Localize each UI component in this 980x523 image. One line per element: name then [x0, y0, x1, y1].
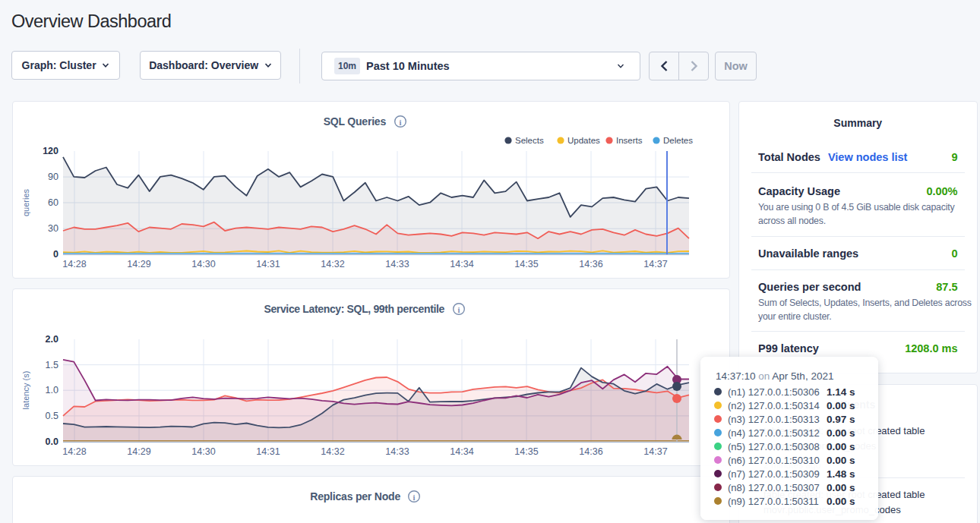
svg-text:2.0: 2.0 — [46, 334, 58, 345]
svg-text:i: i — [400, 118, 402, 127]
svg-text:i: i — [413, 493, 416, 502]
svg-text:14:35: 14:35 — [514, 446, 538, 457]
svg-text:14:35: 14:35 — [514, 259, 538, 269]
svg-text:0.0: 0.0 — [46, 436, 58, 447]
svg-text:14:37: 14:37 — [643, 259, 667, 269]
svg-text:14:36: 14:36 — [579, 259, 602, 269]
svg-text:14:34: 14:34 — [450, 446, 473, 457]
svg-text:30: 30 — [48, 223, 58, 234]
svg-text:i: i — [458, 306, 460, 314]
svg-text:14:36: 14:36 — [579, 446, 602, 457]
svg-text:14:32: 14:32 — [321, 259, 344, 269]
svg-text:14:30: 14:30 — [191, 446, 215, 457]
svg-text:14:31: 14:31 — [256, 259, 280, 269]
svg-text:120: 120 — [43, 146, 58, 156]
svg-text:Deletes: Deletes — [663, 136, 693, 145]
svg-text:14:34: 14:34 — [450, 259, 473, 269]
svg-text:90: 90 — [48, 172, 58, 182]
svg-text:SQL Queries: SQL Queries — [324, 115, 387, 128]
svg-text:14:33: 14:33 — [385, 446, 409, 457]
svg-text:Updates: Updates — [567, 136, 600, 145]
svg-text:latency (s): latency (s) — [21, 371, 30, 410]
svg-text:Selects: Selects — [515, 136, 544, 145]
svg-text:queries: queries — [21, 188, 30, 216]
svg-text:14:28: 14:28 — [62, 259, 86, 269]
svg-text:Replicas per Node: Replicas per Node — [310, 490, 400, 503]
svg-text:14:28: 14:28 — [62, 446, 86, 457]
svg-text:Service Latency: SQL, 99th per: Service Latency: SQL, 99th percentile — [264, 303, 444, 315]
svg-text:0.5: 0.5 — [46, 411, 58, 421]
svg-text:1.5: 1.5 — [46, 360, 58, 370]
svg-text:1.0: 1.0 — [46, 385, 58, 395]
svg-text:14:37: 14:37 — [643, 446, 667, 457]
svg-text:14:31: 14:31 — [256, 446, 280, 457]
svg-text:Inserts: Inserts — [616, 136, 643, 145]
svg-text:14:29: 14:29 — [127, 259, 150, 269]
svg-text:14:29: 14:29 — [127, 446, 150, 457]
svg-text:14:30: 14:30 — [191, 259, 215, 269]
svg-text:14:32: 14:32 — [321, 446, 344, 457]
svg-text:60: 60 — [48, 197, 58, 208]
svg-text:0: 0 — [53, 249, 58, 260]
svg-text:14:33: 14:33 — [385, 259, 409, 269]
